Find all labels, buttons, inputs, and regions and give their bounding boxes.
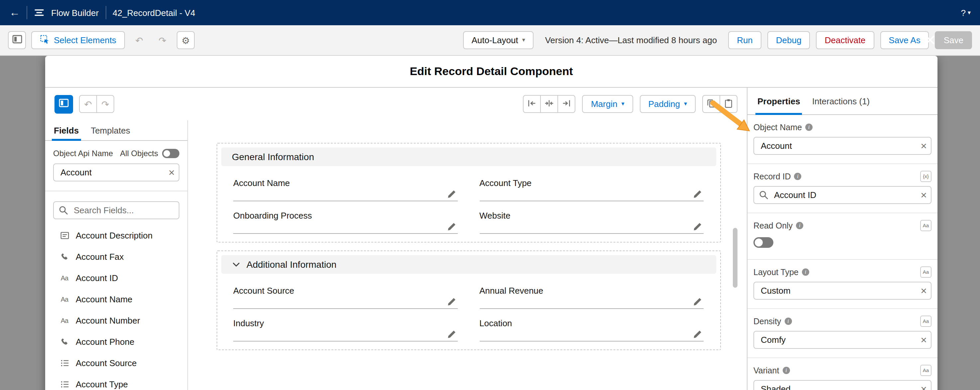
properties-panel-body: Object Name i × Record ID: [748, 115, 937, 390]
edit-pencil-icon[interactable]: [447, 330, 456, 339]
object-name-input[interactable]: [753, 137, 932, 155]
info-icon[interactable]: i: [782, 367, 790, 374]
canvas-field[interactable]: Location: [479, 318, 703, 342]
edit-pencil-icon[interactable]: [447, 297, 456, 306]
save-as-button[interactable]: Save As: [880, 31, 929, 49]
text-type-icon[interactable]: Aa: [920, 220, 932, 231]
edit-pencil-icon[interactable]: [447, 189, 456, 199]
paste-button[interactable]: [719, 95, 738, 113]
margin-dropdown[interactable]: Margin ▾: [582, 95, 633, 113]
all-objects-toggle[interactable]: [162, 149, 180, 158]
canvas-field[interactable]: Account Source: [233, 286, 457, 309]
field-list-item[interactable]: Account Source: [45, 352, 187, 373]
canvas-section-additional[interactable]: Additional Information Account Source: [216, 250, 721, 350]
density-label: Density: [753, 317, 781, 326]
redo-button[interactable]: ↷: [153, 31, 172, 49]
copy-button[interactable]: [702, 95, 720, 113]
padding-dropdown[interactable]: Padding ▾: [640, 95, 696, 113]
chevron-down-icon[interactable]: [232, 260, 240, 269]
all-objects-label: All Objects: [120, 149, 158, 158]
field-list-item[interactable]: Aa Account Name: [45, 288, 187, 310]
help-menu-button[interactable]: ? ▾: [961, 8, 971, 18]
edit-pencil-icon[interactable]: [693, 297, 702, 306]
canvas-view-button[interactable]: [54, 95, 73, 113]
canvas-field[interactable]: Annual Revenue: [479, 286, 703, 309]
help-label: ?: [961, 8, 966, 18]
tab-interactions[interactable]: Interactions (1): [806, 88, 876, 114]
canvas-field[interactable]: Account Name: [233, 178, 457, 201]
clear-layout-type-button[interactable]: ×: [921, 285, 927, 296]
textarea-icon: [59, 230, 70, 240]
clear-variant-button[interactable]: ×: [921, 384, 927, 390]
edit-pencil-icon[interactable]: [693, 189, 702, 199]
align-center-button[interactable]: [541, 95, 558, 113]
variable-type-icon[interactable]: {x}: [920, 171, 932, 182]
tab-fields[interactable]: Fields: [48, 120, 85, 140]
variant-input[interactable]: [753, 380, 932, 390]
field-label: Account Type: [76, 379, 128, 389]
flow-settings-button[interactable]: ⚙: [177, 31, 195, 49]
info-icon[interactable]: i: [805, 124, 813, 131]
section-header[interactable]: General Information: [221, 148, 716, 166]
text-type-icon[interactable]: Aa: [920, 365, 932, 376]
field-list-item[interactable]: Account Fax: [45, 246, 187, 267]
canvas-scrollbar[interactable]: [733, 228, 738, 288]
align-left-button[interactable]: [523, 95, 541, 113]
edit-pencil-icon[interactable]: [693, 222, 702, 231]
run-button[interactable]: Run: [728, 31, 761, 49]
flow-builder-logo-icon: [34, 7, 45, 18]
tab-templates[interactable]: Templates: [85, 120, 136, 140]
modal-close-button[interactable]: ×: [924, 30, 936, 50]
builder-undo-button[interactable]: ↶: [79, 95, 97, 113]
toolbar-right: Auto-Layout ▾ Version 4: Active—Last mod…: [463, 31, 972, 49]
section-header[interactable]: Additional Information: [221, 255, 716, 274]
canvas-field[interactable]: Website: [479, 211, 703, 234]
info-icon[interactable]: i: [796, 222, 803, 229]
field-list-item[interactable]: Aa Account Number: [45, 310, 187, 331]
clear-icon: ×: [921, 334, 927, 345]
canvas-field[interactable]: Onboarding Process: [233, 211, 457, 234]
field-list-item[interactable]: Aa Account ID: [45, 267, 187, 288]
select-elements-button[interactable]: Select Elements: [31, 31, 125, 49]
density-input[interactable]: [753, 331, 932, 349]
deactivate-button[interactable]: Deactivate: [816, 31, 874, 49]
layout-type-input[interactable]: [753, 282, 932, 300]
align-right-button[interactable]: [558, 95, 576, 113]
debug-button[interactable]: Debug: [767, 31, 810, 49]
search-fields-input[interactable]: [53, 201, 180, 219]
edit-pencil-icon[interactable]: [447, 222, 456, 231]
builder-redo-button[interactable]: ↷: [96, 95, 114, 113]
info-icon[interactable]: i: [802, 268, 809, 276]
auto-layout-dropdown[interactable]: Auto-Layout ▾: [463, 31, 533, 49]
object-api-name-input[interactable]: [53, 164, 180, 181]
clear-icon: ×: [921, 140, 927, 151]
divider: [27, 6, 27, 19]
undo-button[interactable]: ↶: [130, 31, 148, 49]
toggle-toolbox-button[interactable]: [8, 31, 26, 49]
record-id-input[interactable]: [753, 186, 932, 204]
clear-object-name-button[interactable]: ×: [921, 140, 927, 151]
field-list-item[interactable]: Account Description: [45, 224, 187, 246]
text-type-icon[interactable]: Aa: [920, 266, 932, 278]
field-list-item[interactable]: Account Phone: [45, 331, 187, 352]
close-icon: ×: [924, 29, 936, 51]
canvas-field[interactable]: Industry: [233, 318, 457, 342]
field-label: Account Name: [76, 294, 132, 304]
tab-properties[interactable]: Properties: [751, 88, 806, 114]
read-only-toggle[interactable]: [753, 237, 773, 248]
edit-pencil-icon[interactable]: [693, 330, 702, 339]
info-icon[interactable]: i: [794, 173, 802, 180]
align-center-icon: [544, 98, 554, 110]
canvas-section-general[interactable]: General Information Account Name: [216, 143, 721, 242]
text-type-icon[interactable]: Aa: [920, 315, 932, 327]
clear-object-button[interactable]: ×: [169, 167, 175, 178]
field-list-item[interactable]: Account Type: [45, 373, 187, 390]
clear-record-id-button[interactable]: ×: [921, 190, 927, 200]
builder-main: Fields Templates Object Api Name All Obj…: [45, 120, 747, 390]
clear-density-button[interactable]: ×: [921, 334, 927, 345]
picklist-icon: [59, 357, 70, 368]
canvas-field[interactable]: Account Type: [479, 178, 703, 201]
info-icon[interactable]: i: [784, 318, 792, 325]
phone-icon: [59, 251, 70, 262]
back-button[interactable]: ←: [9, 6, 20, 19]
